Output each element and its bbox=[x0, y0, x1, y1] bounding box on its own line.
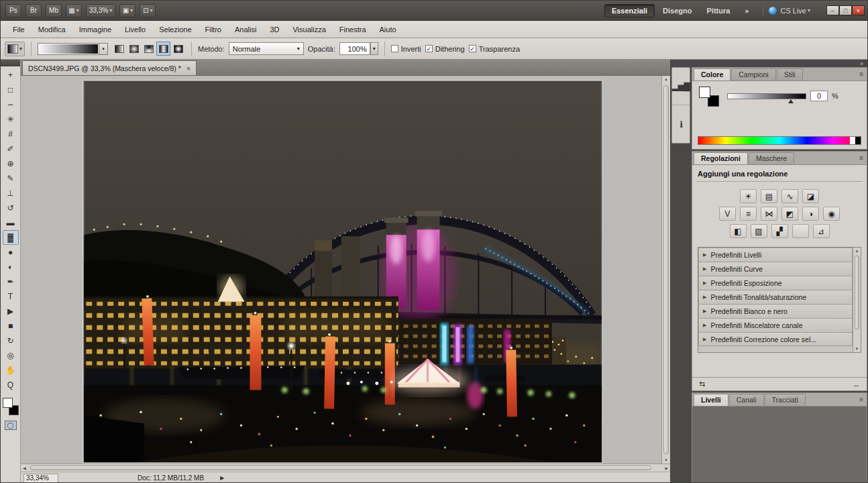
presets-scrollbar[interactable]: ▲ ▼ bbox=[853, 248, 861, 352]
menu-item[interactable]: Filtro bbox=[199, 23, 228, 36]
menu-item[interactable]: Modifica bbox=[32, 23, 72, 36]
mini-bridge-icon[interactable]: Mb bbox=[46, 4, 62, 17]
adjustment-exposure[interactable]: ◪ bbox=[802, 189, 819, 203]
tool-3d-object-rotate[interactable]: ↻ bbox=[3, 333, 19, 348]
gradient-picker-caret[interactable]: ▾ bbox=[99, 43, 108, 55]
gradient-preview[interactable] bbox=[38, 43, 99, 55]
preset-row[interactable]: ▶ Predefiniti Esposizione bbox=[698, 276, 853, 290]
presets-scroll-thumb[interactable] bbox=[855, 256, 859, 329]
tool-history-brush[interactable]: ↺ bbox=[3, 201, 19, 215]
radial-gradient-button[interactable] bbox=[127, 42, 141, 56]
adjustment-hue-saturation[interactable]: ≡ bbox=[740, 207, 757, 221]
tool-path-selection[interactable]: ▶ bbox=[3, 304, 19, 319]
scroll-right-icon[interactable]: ▶ bbox=[665, 466, 668, 470]
diamond-gradient-button[interactable] bbox=[171, 42, 185, 56]
menu-item[interactable]: Immagine bbox=[72, 23, 118, 36]
panel-menu-icon[interactable]: ≡ bbox=[859, 154, 863, 162]
status-zoom-field[interactable]: 33,34% bbox=[23, 474, 58, 483]
slider-handle-icon[interactable] bbox=[788, 99, 794, 103]
tab-campioni[interactable]: Campioni bbox=[731, 68, 775, 80]
scroll-up-icon[interactable]: ▲ bbox=[855, 249, 859, 253]
adjustment-invert[interactable]: ◧ bbox=[730, 224, 747, 238]
tool-preset-dropdown[interactable]: ▾ bbox=[5, 42, 25, 56]
tool-dodge[interactable]: ◐ bbox=[3, 260, 19, 274]
expand-triangle-icon[interactable]: ▶ bbox=[703, 337, 706, 342]
menu-item[interactable]: Selezione bbox=[152, 23, 198, 36]
tool-rectangle-shape[interactable]: ■ bbox=[3, 319, 19, 333]
close-button[interactable]: × bbox=[852, 5, 865, 15]
tab-canali[interactable]: Canali bbox=[729, 394, 764, 406]
panel-menu-icon[interactable]: ≡ bbox=[859, 70, 863, 78]
panel-icon-info[interactable]: ℹ bbox=[672, 105, 690, 143]
adjustment-color-balance[interactable]: ⋈ bbox=[761, 207, 777, 221]
canvas-pasteboard[interactable]: ▲ ▼ bbox=[21, 76, 670, 464]
preset-row[interactable]: ▶ Predefiniti Correzione colore sel... bbox=[698, 332, 853, 346]
adjustment-brightness-contrast[interactable]: ☀ bbox=[740, 189, 757, 203]
tab-tracciati[interactable]: Tracciati bbox=[765, 394, 806, 406]
tool-quick-selection[interactable]: ✳ bbox=[3, 112, 19, 127]
screen-mode-icon[interactable]: ⊡▾ bbox=[140, 4, 156, 17]
color-swatches[interactable] bbox=[3, 398, 19, 415]
tool-brush[interactable]: ✎ bbox=[3, 171, 19, 186]
tool-hand[interactable]: ✋ bbox=[3, 363, 19, 378]
expand-triangle-icon[interactable]: ▶ bbox=[703, 266, 706, 272]
angle-gradient-button[interactable] bbox=[142, 42, 156, 56]
tab-close-icon[interactable]: × bbox=[186, 64, 191, 72]
adjustment-gradient-map[interactable] bbox=[792, 224, 809, 238]
tool-pen[interactable]: ✒ bbox=[3, 274, 19, 289]
menu-item[interactable]: 3D bbox=[263, 23, 286, 36]
tab-regolazioni[interactable]: Regolazioni bbox=[694, 152, 748, 164]
dithering-checkbox[interactable]: ✓ Dithering bbox=[425, 45, 465, 53]
menu-item[interactable]: File bbox=[6, 23, 32, 36]
transparency-checkbox[interactable]: ✓ Trasparenza bbox=[469, 45, 520, 53]
expand-triangle-icon[interactable]: ▶ bbox=[703, 280, 706, 286]
color-spectrum-bar[interactable] bbox=[698, 136, 861, 145]
adjustment-photo-filter[interactable]: ◑ bbox=[802, 207, 819, 221]
tab-stili[interactable]: Stili bbox=[777, 68, 803, 80]
tool-clone-stamp[interactable]: ⊥ bbox=[3, 186, 19, 201]
menu-item[interactable]: Aiuto bbox=[373, 23, 403, 36]
workspace-overflow-button[interactable]: » bbox=[738, 5, 755, 17]
grayscale-ramp-slider[interactable] bbox=[727, 93, 806, 99]
linear-gradient-button[interactable] bbox=[112, 42, 126, 56]
view-extras-icon[interactable]: ▦▾ bbox=[66, 4, 82, 17]
expand-triangle-icon[interactable]: ▶ bbox=[703, 323, 706, 328]
horizontal-scrollbar[interactable]: ◀ ▶ bbox=[21, 464, 670, 472]
workspace-essenziali-button[interactable]: Essenziali bbox=[604, 4, 655, 17]
canvas-photo[interactable] bbox=[83, 80, 602, 463]
expand-triangle-icon[interactable]: ▶ bbox=[703, 309, 706, 314]
adjustment-channel-mixer[interactable]: ◉ bbox=[823, 207, 840, 221]
cs-live-dropdown[interactable]: CS Live ▾ bbox=[763, 5, 816, 16]
foreground-color-swatch[interactable] bbox=[699, 87, 710, 98]
arrange-documents-icon[interactable]: ▣▾ bbox=[119, 4, 135, 17]
preset-row[interactable]: ▶ Predefiniti Livelli bbox=[698, 248, 853, 262]
opacity-field[interactable]: 100% bbox=[339, 42, 370, 55]
vertical-scrollbar[interactable]: ▲ ▼ bbox=[661, 76, 670, 464]
reflected-gradient-button[interactable] bbox=[156, 42, 170, 56]
blend-mode-select[interactable]: Normale ▾ bbox=[229, 42, 304, 55]
adjustment-curves[interactable]: ∿ bbox=[781, 189, 798, 203]
white-black-swatch[interactable] bbox=[850, 137, 861, 144]
foreground-color-swatch[interactable] bbox=[3, 398, 13, 408]
tab-colore[interactable]: Colore bbox=[694, 68, 730, 80]
tool-move[interactable]: + bbox=[3, 68, 19, 83]
adjustment-posterize[interactable]: ▨ bbox=[751, 224, 767, 238]
tool-lasso[interactable]: ∽ bbox=[3, 97, 19, 112]
adjustment-threshold[interactable]: ▞ bbox=[771, 224, 788, 238]
horizontal-scroll-thumb[interactable] bbox=[30, 466, 651, 470]
document-tab[interactable]: DSCN3499.JPG @ 33,3% (Maschera veloce/8)… bbox=[22, 60, 197, 75]
slider-value-field[interactable]: 0 bbox=[810, 91, 828, 101]
adjustment-levels[interactable]: ▤ bbox=[761, 189, 777, 203]
panel-icon-histogram[interactable]: ▂▅▇ bbox=[672, 68, 690, 105]
status-options-arrow[interactable]: ▶ bbox=[220, 475, 224, 481]
scroll-down-icon[interactable]: ▼ bbox=[855, 347, 859, 351]
expanded-view-icon[interactable]: ↔ bbox=[853, 380, 860, 388]
preset-row[interactable]: ▶ Predefiniti Bianco e nero bbox=[698, 304, 853, 318]
tab-livelli[interactable]: Livelli bbox=[694, 394, 728, 406]
zoom-level-control[interactable]: 33,3%▾ bbox=[86, 4, 115, 17]
panel-menu-icon[interactable]: ≡ bbox=[859, 396, 863, 403]
tool-crop[interactable]: # bbox=[3, 127, 19, 142]
toolbox-grip[interactable] bbox=[1, 60, 20, 66]
adjustment-vibrance[interactable]: V bbox=[719, 207, 736, 221]
preset-row[interactable]: ▶ Predefiniti Tonalità/saturazione bbox=[698, 290, 853, 304]
